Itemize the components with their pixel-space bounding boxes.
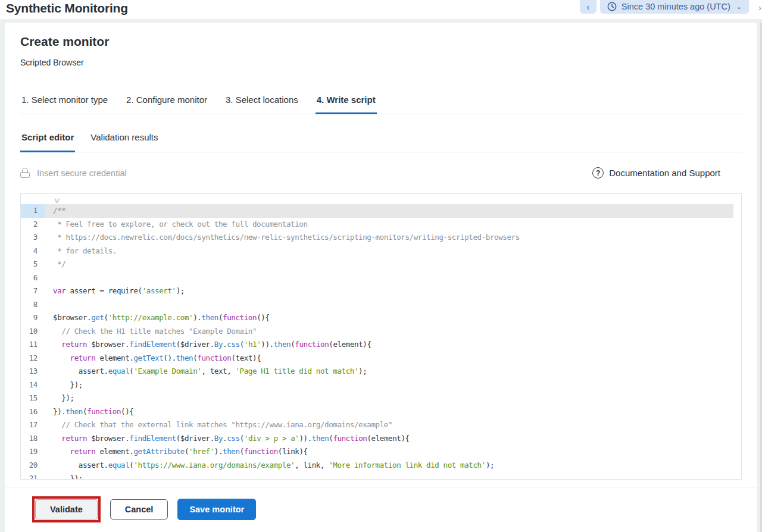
code-line[interactable]: 16}).then(function(){ xyxy=(21,405,741,419)
documentation-support-link[interactable]: ? Documentation and Support xyxy=(592,167,720,179)
code-line[interactable]: 12 return element.getText().then(functio… xyxy=(21,352,741,365)
tab-validation-results[interactable]: Validation results xyxy=(89,130,159,152)
clock-icon xyxy=(607,2,617,11)
create-monitor-panel: Create monitor Scripted Browser 1. Selec… xyxy=(5,23,757,532)
code-line[interactable]: 8 xyxy=(21,298,741,312)
code-line[interactable]: 3 * https://docs.newrelic.com/docs/synth… xyxy=(21,231,741,245)
time-range-dropdown[interactable]: Since 30 minutes ago (UTC) ⌄ xyxy=(600,0,749,14)
code-line[interactable]: 20 assert.equal('https://www.iana.org/do… xyxy=(21,459,741,472)
cancel-button[interactable]: Cancel xyxy=(110,499,168,520)
step-select-monitor-type[interactable]: 1. Select monitor type xyxy=(20,92,109,114)
code-line[interactable]: 17 // Check that the external link match… xyxy=(21,418,741,432)
step-configure-monitor[interactable]: 2. Configure monitor xyxy=(125,92,208,114)
time-range-label: Since 30 minutes ago (UTC) xyxy=(622,2,730,11)
step-write-script[interactable]: 4. Write script xyxy=(316,92,377,114)
code-line[interactable]: 10 // Check the H1 title matches "Exampl… xyxy=(21,325,741,339)
monitor-type-subtitle: Scripted Browser xyxy=(20,58,742,67)
validate-button[interactable]: Validate xyxy=(35,499,98,520)
code-line[interactable]: 6 xyxy=(21,271,741,285)
code-line[interactable]: 1/** xyxy=(21,204,741,218)
line-number: 16 xyxy=(21,405,45,419)
insert-secure-credential-button[interactable]: Insert secure credential xyxy=(20,168,127,178)
code-line[interactable]: 11 return $browser.findElement($driver.B… xyxy=(21,338,741,352)
line-number: 15 xyxy=(21,392,45,405)
editor-toolbar: Insert secure credential ? Documentation… xyxy=(20,167,741,179)
insert-secure-credential-label: Insert secure credential xyxy=(37,168,127,178)
line-number: 5 xyxy=(21,258,45,271)
line-number: 17 xyxy=(21,418,45,432)
chevron-down-icon: ⌄ xyxy=(736,3,742,11)
code-line[interactable]: 21 }); xyxy=(21,472,741,480)
line-number: 21 xyxy=(21,472,45,480)
line-number: 13 xyxy=(21,365,45,378)
step-select-locations[interactable]: 3. Select locations xyxy=(224,92,299,114)
line-number: 9 xyxy=(21,311,45,325)
line-number: 3 xyxy=(21,231,45,245)
line-number: 1 xyxy=(21,204,45,218)
line-number: 2 xyxy=(21,218,45,231)
code-lines: 1/**2 * Feel free to explore, or check o… xyxy=(21,204,741,480)
code-line[interactable]: 9$browser.get('http://example.com').then… xyxy=(21,311,741,325)
line-number: 11 xyxy=(21,338,45,352)
code-line[interactable]: 15 }); xyxy=(21,392,741,405)
line-number: 6 xyxy=(21,271,45,285)
line-number: 12 xyxy=(21,352,45,365)
page-title: Create monitor xyxy=(20,35,742,49)
code-line[interactable]: 4 * for details. xyxy=(21,245,741,258)
question-mark-icon: ? xyxy=(592,167,604,179)
code-line[interactable]: 13 assert.equal('Example Domain', text, … xyxy=(21,365,741,378)
line-number: 19 xyxy=(21,445,45,459)
documentation-support-label: Documentation and Support xyxy=(609,168,720,178)
chevron-right-icon[interactable]: › xyxy=(758,2,761,12)
time-range-prev-button[interactable]: ‹ xyxy=(580,0,597,14)
line-number: 20 xyxy=(21,459,45,472)
line-number: 7 xyxy=(21,284,45,298)
time-picker: ‹ Since 30 minutes ago (UTC) ⌄ xyxy=(580,0,749,14)
validate-annotation-highlight: Validate xyxy=(32,496,101,522)
code-line[interactable]: 19 return element.getAttribute('href').t… xyxy=(21,445,741,459)
footer-actions: Validate Cancel Save monitor xyxy=(20,487,742,522)
tab-script-editor[interactable]: Script editor xyxy=(20,130,75,152)
line-number: 8 xyxy=(21,298,45,312)
code-line[interactable]: 14 }); xyxy=(21,378,741,392)
line-number: 10 xyxy=(21,325,45,339)
script-code-editor[interactable]: ∨ 1/**2 * Feel free to explore, or check… xyxy=(20,193,742,480)
line-number: 14 xyxy=(21,378,45,392)
lock-icon xyxy=(20,168,30,178)
line-number: 18 xyxy=(21,432,45,446)
line-number: 4 xyxy=(21,245,45,258)
chevron-left-icon: ‹ xyxy=(586,2,589,12)
save-monitor-button[interactable]: Save monitor xyxy=(177,499,256,520)
code-line[interactable]: 2 * Feel free to explore, or check out t… xyxy=(21,218,741,231)
editor-tabs: Script editor Validation results xyxy=(20,130,742,152)
code-line[interactable]: 7var assert = require('assert'); xyxy=(21,284,741,298)
code-line[interactable]: 18 return $browser.findElement($driver.B… xyxy=(21,432,741,446)
app-title: Synthetic Monitoring xyxy=(6,1,128,15)
wizard-steps: 1. Select monitor type 2. Configure moni… xyxy=(20,92,742,114)
code-fold-chevron-icon[interactable]: ∨ xyxy=(53,196,61,205)
code-line[interactable]: 5 */ xyxy=(21,258,741,271)
